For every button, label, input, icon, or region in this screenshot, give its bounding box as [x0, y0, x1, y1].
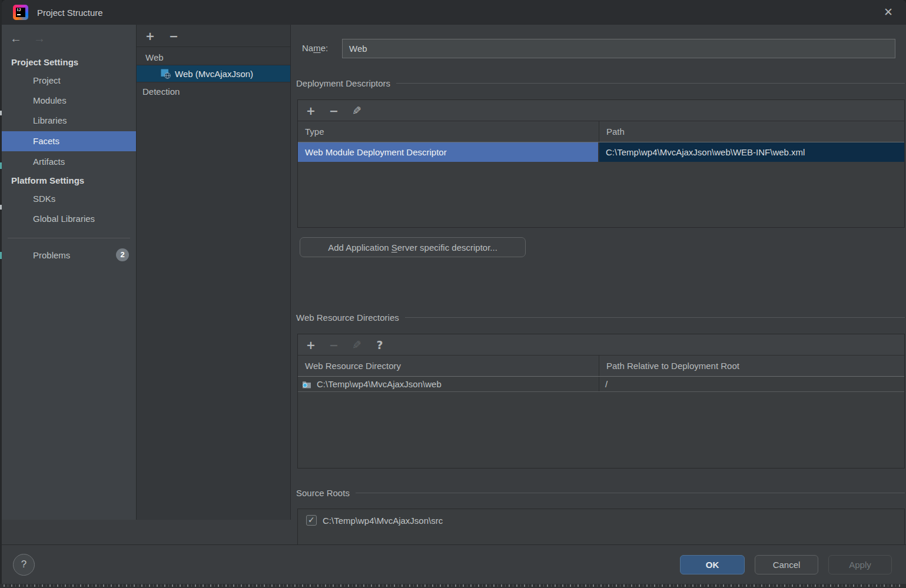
source-roots-list: C:\Temp\wp4\MvcAjaxJson\src [297, 509, 905, 544]
facet-name-input[interactable] [342, 39, 895, 58]
background-window-bottom-sliver [0, 584, 906, 588]
deployment-table-header: Type Path [298, 121, 904, 142]
deployment-descriptors-table: + − ✎ Type Path Web Module Deployment De… [297, 99, 905, 228]
remove-facet-icon[interactable]: − [169, 29, 178, 42]
column-header-path-relative: Path Relative to Deployment Root [599, 356, 739, 376]
add-facet-icon[interactable]: + [145, 29, 155, 42]
edit-descriptor-icon[interactable]: ✎ [352, 104, 361, 117]
table-row[interactable]: Web Module Deployment Descriptor C:\Temp… [298, 142, 904, 162]
sidebar-item-global-libraries[interactable]: Global Libraries [2, 209, 136, 229]
tree-group-web[interactable]: Web [137, 49, 290, 65]
sidebar-item-artifacts[interactable]: Artifacts [2, 152, 136, 172]
ok-button[interactable]: OK [680, 555, 745, 574]
facets-tree-panel: + − Web Web (MvcAjaxJson) Detection [136, 25, 291, 520]
section-header-project-settings: Project Settings [2, 54, 136, 71]
remove-descriptor-icon[interactable]: − [329, 104, 338, 117]
table-row[interactable]: C:\Temp\wp4\MvcAjaxJson\web / [298, 377, 904, 392]
facet-editor-panel: Name: Deployment Descriptors + − ✎ Type … [291, 25, 906, 520]
tree-item-label: Web (MvcAjaxJson) [175, 69, 253, 79]
title-bar[interactable]: IJ Project Structure ✕ [2, 0, 906, 25]
web-resource-directories-header: Web Resource Directories [296, 313, 905, 323]
web-facet-icon [161, 69, 171, 79]
deployment-toolbar: + − ✎ [298, 100, 904, 121]
edit-resource-icon: ✎ [352, 338, 361, 351]
window-title: Project Structure [37, 8, 103, 18]
settings-sidebar: ← → Project Settings Project Modules Lib… [2, 25, 136, 520]
close-icon[interactable]: ✕ [881, 5, 896, 20]
column-header-web-resource-directory: Web Resource Directory [298, 356, 599, 376]
sidebar-item-project[interactable]: Project [2, 71, 136, 91]
remove-resource-icon: − [329, 338, 338, 351]
sidebar-item-sdks[interactable]: SDKs [2, 189, 136, 209]
project-structure-dialog: IJ Project Structure ✕ ← → Project Setti… [2, 0, 906, 584]
section-header-platform-settings: Platform Settings [2, 172, 136, 189]
web-resource-directories-table: + − ✎ ? Web Resource Directory Path Rela… [297, 334, 905, 469]
column-header-path: Path [599, 121, 625, 142]
descriptor-type-cell[interactable]: Web Module Deployment Descriptor [298, 142, 599, 162]
descriptor-path-cell[interactable]: C:\Temp\wp4\MvcAjaxJson\web\WEB-INF\web.… [599, 142, 904, 162]
sidebar-item-modules[interactable]: Modules [2, 91, 136, 111]
problems-count-badge: 2 [116, 248, 129, 261]
sidebar-item-problems[interactable]: Problems 2 [2, 245, 136, 265]
sidebar-item-libraries[interactable]: Libraries [2, 111, 136, 131]
source-root-checkbox[interactable] [306, 515, 317, 526]
add-app-server-descriptor-button[interactable]: Add Application Server specific descript… [300, 237, 526, 257]
deployment-descriptors-header: Deployment Descriptors [296, 78, 905, 88]
list-item[interactable]: C:\Temp\wp4\MvcAjaxJson\src [298, 509, 904, 526]
forward-icon: → [34, 32, 45, 45]
help-resource-icon[interactable]: ? [375, 338, 384, 351]
sidebar-item-facets[interactable]: Facets [2, 131, 136, 151]
help-button[interactable]: ? [13, 554, 35, 576]
source-roots-header: Source Roots [296, 488, 905, 498]
cancel-button[interactable]: Cancel [755, 555, 818, 574]
problems-label: Problems [2, 250, 116, 260]
dialog-footer: ? OK Cancel Apply [2, 544, 906, 584]
resource-rel-path-cell[interactable]: / [599, 377, 904, 391]
facets-toolbar: + − [137, 25, 290, 47]
sidebar-divider [8, 238, 130, 238]
back-icon[interactable]: ← [10, 32, 22, 45]
source-root-path: C:\Temp\wp4\MvcAjaxJson\src [323, 516, 443, 526]
intellij-logo-icon: IJ [13, 5, 28, 20]
tree-item-web-facet[interactable]: Web (MvcAjaxJson) [137, 65, 290, 82]
name-label: Name: [302, 43, 328, 53]
resources-table-header: Web Resource Directory Path Relative to … [298, 356, 904, 377]
apply-button: Apply [828, 555, 892, 574]
add-resource-icon[interactable]: + [306, 338, 316, 351]
tree-group-detection[interactable]: Detection [137, 82, 290, 100]
add-descriptor-icon[interactable]: + [306, 104, 316, 117]
resource-dir-cell: C:\Temp\wp4\MvcAjaxJson\web [317, 379, 442, 389]
web-folder-icon [302, 380, 311, 389]
resources-toolbar: + − ✎ ? [298, 334, 904, 356]
column-header-type: Type [298, 121, 599, 142]
